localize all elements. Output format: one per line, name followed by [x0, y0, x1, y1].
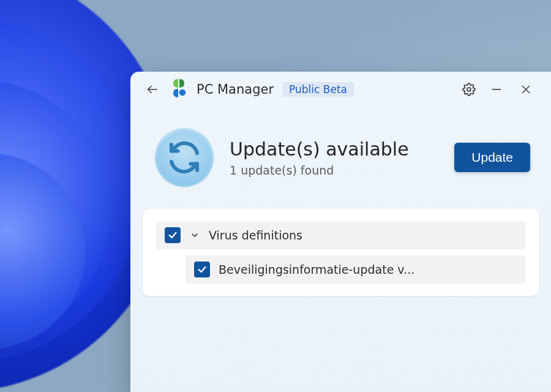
- item-label: Beveiligingsinformatie-update v...: [219, 263, 414, 276]
- update-item-row[interactable]: Beveiligingsinformatie-update v...: [186, 255, 525, 284]
- update-hero-icon: [155, 128, 214, 187]
- svg-point-2: [467, 88, 471, 91]
- minimize-icon: [492, 85, 501, 94]
- settings-button[interactable]: [457, 77, 481, 102]
- app-logo-icon: [170, 79, 188, 100]
- close-button[interactable]: [512, 77, 540, 102]
- group-checkbox[interactable]: [165, 227, 181, 243]
- back-button[interactable]: [144, 81, 161, 98]
- titlebar: PC Manager Public Beta: [130, 72, 551, 107]
- updates-card: Virus definitions Beveiligingsinformatie…: [143, 209, 539, 296]
- expand-toggle[interactable]: [189, 230, 200, 240]
- group-label: Virus definitions: [209, 228, 302, 242]
- chevron-down-icon: [190, 230, 200, 240]
- hero-subtitle: 1 update(s) found: [230, 164, 438, 177]
- back-arrow-icon: [146, 83, 159, 96]
- gear-icon: [462, 83, 476, 96]
- window-controls: [457, 77, 540, 102]
- check-icon: [168, 230, 178, 240]
- app-title: PC Manager: [197, 82, 274, 97]
- hero-title: Update(s) available: [230, 138, 438, 160]
- update-button[interactable]: Update: [454, 143, 530, 172]
- pc-manager-window: PC Manager Public Beta Update(s) a: [130, 72, 551, 392]
- hero-section: Update(s) available 1 update(s) found Up…: [130, 107, 551, 209]
- minimize-button[interactable]: [482, 77, 511, 102]
- close-icon: [521, 85, 531, 94]
- beta-badge: Public Beta: [282, 82, 354, 97]
- svg-point-1: [179, 89, 186, 96]
- check-icon: [197, 265, 207, 274]
- sync-icon: [167, 140, 201, 175]
- update-group-row[interactable]: Virus definitions: [156, 221, 525, 249]
- item-checkbox[interactable]: [194, 262, 210, 277]
